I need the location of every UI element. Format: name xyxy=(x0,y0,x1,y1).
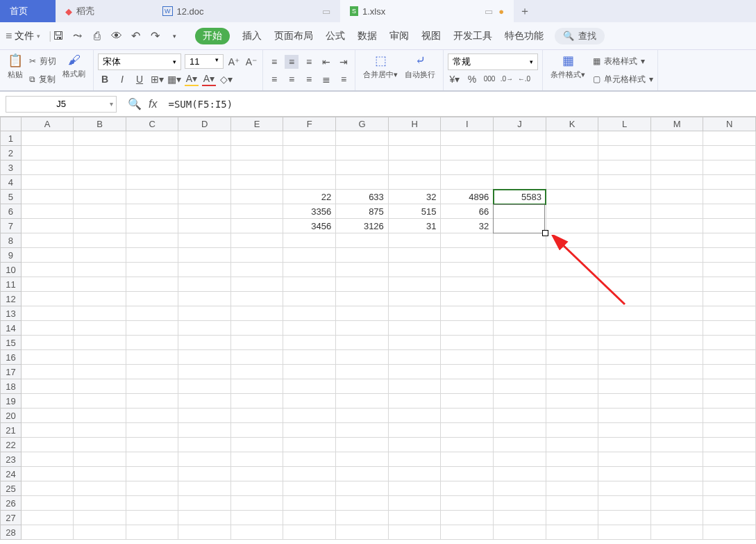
menu-insert[interactable]: 插入 xyxy=(242,30,262,42)
cell-M5[interactable] xyxy=(650,190,703,204)
cell-E9[interactable] xyxy=(230,248,283,263)
fill-handle[interactable] xyxy=(542,230,548,236)
cell-M1[interactable] xyxy=(650,131,703,146)
menu-layout[interactable]: 页面布局 xyxy=(274,30,313,42)
formula-input[interactable]: =SUM(F5:I5) xyxy=(162,99,756,110)
cell-M15[interactable] xyxy=(650,336,703,350)
cell-C24[interactable] xyxy=(126,467,178,481)
cell-J16[interactable] xyxy=(494,350,546,365)
cell-G26[interactable] xyxy=(336,496,389,511)
cell-G7[interactable]: 3126 xyxy=(336,219,389,233)
indent-increase-icon[interactable]: ⇥ xyxy=(337,55,351,69)
cell-N6[interactable] xyxy=(703,204,756,219)
cell-I4[interactable] xyxy=(441,175,494,190)
cell-F9[interactable] xyxy=(283,248,336,263)
zoom-icon[interactable]: 🔍 xyxy=(128,97,142,110)
tab-doc[interactable]: W 12.doc ▭ xyxy=(153,0,340,22)
cell-C14[interactable] xyxy=(126,321,178,336)
cell-C5[interactable] xyxy=(126,190,178,204)
cell-F11[interactable] xyxy=(283,277,336,292)
cell-D11[interactable] xyxy=(178,277,231,292)
cell-D27[interactable] xyxy=(178,511,231,525)
cell-B5[interactable] xyxy=(74,190,126,204)
align-center-icon[interactable]: ≡ xyxy=(285,72,299,86)
cell-L19[interactable] xyxy=(598,394,651,409)
cell-N3[interactable] xyxy=(703,160,756,175)
cell-K16[interactable] xyxy=(546,350,598,365)
row-header-17[interactable]: 17 xyxy=(1,365,22,379)
row-header-12[interactable]: 12 xyxy=(1,292,22,306)
cell-D6[interactable] xyxy=(178,204,231,219)
cell-B20[interactable] xyxy=(74,409,126,423)
cell-L27[interactable] xyxy=(598,511,651,525)
cell-G17[interactable] xyxy=(336,365,389,379)
cell-C16[interactable] xyxy=(126,350,178,365)
cell-H6[interactable]: 515 xyxy=(388,204,441,219)
cell-I26[interactable] xyxy=(441,496,494,511)
cell-C18[interactable] xyxy=(126,379,178,394)
cell-E17[interactable] xyxy=(230,365,283,379)
cell-I28[interactable] xyxy=(441,525,494,540)
cell-F6[interactable]: 3356 xyxy=(283,204,336,219)
cell-G5[interactable]: 633 xyxy=(336,190,389,204)
cell-J23[interactable] xyxy=(494,452,546,467)
cell-J9[interactable] xyxy=(494,248,546,263)
cell-A23[interactable] xyxy=(21,452,74,467)
cell-A15[interactable] xyxy=(21,336,74,350)
align-top-icon[interactable]: ≡ xyxy=(267,55,281,69)
cell-H2[interactable] xyxy=(388,146,441,160)
cell-F22[interactable] xyxy=(283,438,336,452)
cell-C25[interactable] xyxy=(126,481,178,496)
cell-A1[interactable] xyxy=(21,131,74,146)
cell-M8[interactable] xyxy=(650,233,703,248)
row-header-10[interactable]: 10 xyxy=(1,263,22,277)
cell-H7[interactable]: 31 xyxy=(388,219,441,233)
cell-B17[interactable] xyxy=(74,365,126,379)
cell-K26[interactable] xyxy=(546,496,598,511)
row-header-27[interactable]: 27 xyxy=(1,511,22,525)
cell-B26[interactable] xyxy=(74,496,126,511)
cell-L24[interactable] xyxy=(598,467,651,481)
cell-K18[interactable] xyxy=(546,379,598,394)
cell-G6[interactable]: 875 xyxy=(336,204,389,219)
decrease-decimal-icon[interactable]: ←.0 xyxy=(517,72,531,86)
select-all-corner[interactable] xyxy=(1,117,22,131)
cell-G23[interactable] xyxy=(336,452,389,467)
cell-A11[interactable] xyxy=(21,277,74,292)
cell-G9[interactable] xyxy=(336,248,389,263)
cell-I10[interactable] xyxy=(441,263,494,277)
cell-E12[interactable] xyxy=(230,292,283,306)
cell-N11[interactable] xyxy=(703,277,756,292)
cell-M2[interactable] xyxy=(650,146,703,160)
cell-M27[interactable] xyxy=(650,511,703,525)
bold-button[interactable]: B xyxy=(98,72,112,86)
cell-K3[interactable] xyxy=(546,160,598,175)
cell-A27[interactable] xyxy=(21,511,74,525)
cell-L22[interactable] xyxy=(598,438,651,452)
fill-color-button[interactable]: ▦▾ xyxy=(167,72,181,86)
cell-D25[interactable] xyxy=(178,481,231,496)
cell-L18[interactable] xyxy=(598,379,651,394)
cell-E6[interactable] xyxy=(230,204,283,219)
cell-C27[interactable] xyxy=(126,511,178,525)
cell-E26[interactable] xyxy=(230,496,283,511)
row-header-5[interactable]: 5 xyxy=(1,190,22,204)
cell-K17[interactable] xyxy=(546,365,598,379)
cell-J25[interactable] xyxy=(494,481,546,496)
device-icon[interactable]: ▭ xyxy=(485,6,493,17)
cell-B7[interactable] xyxy=(74,219,126,233)
cell-A8[interactable] xyxy=(21,233,74,248)
cell-B13[interactable] xyxy=(74,306,126,321)
percent-icon[interactable]: % xyxy=(465,72,479,86)
cell-N7[interactable] xyxy=(703,219,756,233)
cell-N22[interactable] xyxy=(703,438,756,452)
cell-L13[interactable] xyxy=(598,306,651,321)
cell-A25[interactable] xyxy=(21,481,74,496)
cell-K10[interactable] xyxy=(546,263,598,277)
fx-icon[interactable]: fx xyxy=(149,98,157,110)
cell-C23[interactable] xyxy=(126,452,178,467)
number-format-select[interactable]: 常规▾ xyxy=(448,53,538,70)
cell-L11[interactable] xyxy=(598,277,651,292)
cell-I5[interactable]: 4896 xyxy=(441,190,494,204)
cell-G20[interactable] xyxy=(336,409,389,423)
